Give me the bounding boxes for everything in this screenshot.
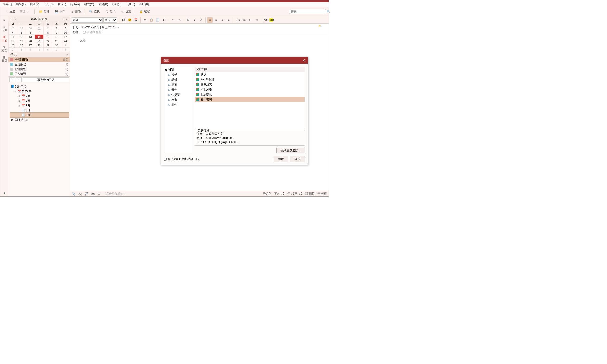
- calendar-day[interactable]: 2: [9, 48, 17, 52]
- template-button[interactable]: ▤ 模板: [317, 192, 327, 196]
- checkbox-input[interactable]: [164, 157, 167, 161]
- skin-item[interactable]: 低调浅灰: [195, 82, 305, 87]
- delete-button[interactable]: ⊗删除: [68, 9, 83, 15]
- calendar-day[interactable]: 27: [26, 43, 35, 48]
- skin-item[interactable]: 默认: [195, 72, 305, 77]
- align-center-icon[interactable]: ≡: [214, 17, 219, 23]
- tab-home[interactable]: ⌂首页: [1, 25, 8, 32]
- calendar-day[interactable]: 29: [43, 43, 52, 48]
- calendar-day[interactable]: 5: [17, 30, 26, 35]
- tab-calendar[interactable]: ▦日历: [1, 56, 8, 63]
- calendar-day[interactable]: 6: [26, 30, 35, 35]
- calendar-day[interactable]: 9: [52, 30, 61, 35]
- tree-trash[interactable]: 🗑回收站 (2): [10, 117, 69, 122]
- cal-next-month-icon[interactable]: ›: [61, 17, 65, 21]
- skin-item[interactable]: 夏日暖调: [195, 97, 305, 102]
- calendar-day[interactable]: 4: [9, 30, 17, 35]
- title-input[interactable]: （点击添加标题）: [81, 30, 104, 34]
- calendar-day[interactable]: 7: [52, 48, 61, 52]
- cancel-button[interactable]: 取消: [290, 156, 305, 162]
- bold-icon[interactable]: B: [186, 17, 191, 23]
- find-button[interactable]: 🔍查找: [87, 9, 102, 15]
- cal-prev-year-icon[interactable]: «: [10, 17, 13, 21]
- calendar-day[interactable]: 14: [35, 35, 43, 39]
- settings-tree-item[interactable]: 常规: [165, 72, 191, 77]
- skin-item[interactable]: Win98标准: [195, 77, 305, 82]
- prev-entry-button[interactable]: 〈: [9, 78, 15, 82]
- weather-icon[interactable]: ⛅: [318, 25, 326, 32]
- align-left-icon[interactable]: ≡: [207, 17, 213, 23]
- cut-icon[interactable]: ✂: [142, 17, 148, 23]
- search-box[interactable]: 🔍: [289, 9, 327, 14]
- underline-icon[interactable]: U: [198, 17, 203, 23]
- calendar-day[interactable]: 8: [61, 48, 70, 52]
- skin-item[interactable]: 怀旧风格: [195, 87, 305, 92]
- tab-doc[interactable]: ✎文档: [1, 45, 8, 52]
- write-today-button[interactable]: 写今天的日记: [23, 78, 69, 82]
- calendar-day[interactable]: 1: [61, 43, 70, 48]
- forward-button[interactable]: 前进〉: [18, 9, 33, 15]
- calendar-day[interactable]: 23: [52, 39, 61, 43]
- calendar-day[interactable]: 13: [26, 35, 35, 39]
- attachment-icon[interactable]: 📎: [72, 192, 76, 195]
- collapse-icon[interactable]: ◀: [1, 191, 8, 195]
- image-icon[interactable]: 🖼: [121, 17, 126, 23]
- italic-icon[interactable]: I: [192, 17, 197, 23]
- calendar-day[interactable]: 15: [43, 35, 52, 39]
- save-button[interactable]: 💾保存: [52, 9, 67, 15]
- emoji-icon[interactable]: 😊: [127, 17, 132, 23]
- cal-prev-month-icon[interactable]: ‹: [14, 17, 17, 21]
- calendar-day[interactable]: 17: [61, 35, 70, 39]
- align-right-icon[interactable]: ≡: [220, 17, 225, 23]
- redo-icon[interactable]: ↷: [177, 17, 182, 23]
- tree-day[interactable]: 📄14日: [10, 113, 69, 117]
- expand-icon[interactable]: ⊞: [18, 95, 21, 97]
- calendar-day[interactable]: 21: [35, 39, 43, 43]
- calendar-day[interactable]: 3: [17, 48, 26, 52]
- font-color-icon[interactable]: A▾: [263, 17, 268, 23]
- tab-diary[interactable]: ▥日记: [1, 35, 8, 42]
- date-value[interactable]: 2022年9月14日 周三 22:25: [81, 26, 115, 29]
- open-button[interactable]: 📁打开: [37, 9, 51, 15]
- calendar-day[interactable]: 10: [61, 30, 70, 35]
- lock-button[interactable]: 🔒锁定: [137, 9, 152, 15]
- settings-tree-item[interactable]: 界面: [165, 82, 191, 87]
- menu-table[interactable]: 表格(B): [98, 2, 108, 6]
- calendar-day[interactable]: 8: [43, 30, 52, 35]
- settings-tree-item[interactable]: 皮肤: [165, 97, 191, 102]
- tree-root[interactable]: 📘我的日记: [10, 84, 69, 89]
- settings-tree-item[interactable]: 安全: [165, 87, 191, 92]
- tree-day[interactable]: 📄05日: [10, 108, 69, 113]
- copy-icon[interactable]: 📋: [149, 17, 154, 23]
- ok-button[interactable]: 确定: [274, 156, 288, 162]
- paper-button[interactable]: ▦ 纸纹: [305, 192, 315, 196]
- next-entry-button[interactable]: 〉: [16, 78, 22, 82]
- calendar-day[interactable]: 18: [9, 39, 17, 43]
- expand-icon[interactable]: ⊟: [18, 104, 21, 107]
- outdent-icon[interactable]: ⇤: [248, 17, 253, 23]
- tree-month[interactable]: ⊞📅7月: [10, 94, 69, 98]
- tags-menu-icon[interactable]: ≡: [66, 53, 68, 56]
- font-select[interactable]: 宋体: [72, 17, 102, 23]
- date-icon[interactable]: 📅: [133, 17, 138, 23]
- calendar-day[interactable]: 29: [17, 26, 26, 30]
- tag-item[interactable]: 心情随笔(0): [8, 67, 70, 72]
- settings-tree-item[interactable]: 快捷键: [165, 92, 191, 97]
- bullet-list-icon[interactable]: ⋮≡: [235, 17, 240, 23]
- calendar-day[interactable]: 22: [43, 39, 52, 43]
- size-select[interactable]: 五号: [103, 17, 117, 23]
- calendar-day[interactable]: 31: [35, 26, 43, 30]
- comment-icon[interactable]: 💬: [85, 192, 88, 195]
- menu-view[interactable]: 视图(V): [30, 2, 40, 6]
- calendar-day[interactable]: 1: [43, 26, 52, 30]
- calendar-day[interactable]: 3: [61, 26, 70, 30]
- settings-tree-item[interactable]: 编辑: [165, 77, 191, 82]
- settings-tree-root[interactable]: ⚙设置: [165, 68, 191, 72]
- date-dropdown-icon[interactable]: ▾: [118, 26, 119, 29]
- close-icon[interactable]: ✕: [302, 58, 305, 63]
- menu-diary[interactable]: 日记(D): [44, 2, 54, 6]
- cal-next-year-icon[interactable]: »: [65, 17, 69, 21]
- tag-item[interactable]: 生活杂记(1): [8, 62, 70, 67]
- undo-icon[interactable]: ↶: [170, 17, 176, 23]
- calendar-day[interactable]: 4: [26, 48, 35, 52]
